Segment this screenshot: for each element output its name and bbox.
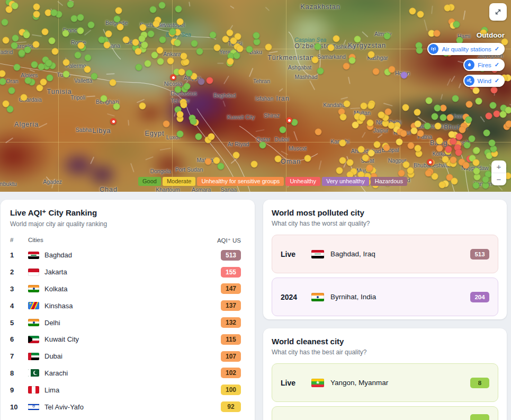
station-dot[interactable] [383,145,390,151]
station-dot[interactable] [11,42,17,49]
station-dot[interactable] [31,61,38,68]
station-dot[interactable] [234,52,240,59]
station-dot[interactable] [417,130,424,137]
station-dot[interactable] [84,66,91,73]
station-dot[interactable] [176,111,183,118]
station-dot[interactable] [207,77,213,84]
layer-toggle-wind[interactable]: Wind✓ [463,75,505,87]
station-dot[interactable] [339,157,346,164]
station-dot[interactable] [205,158,212,165]
station-dot[interactable] [462,162,469,168]
station-dot[interactable] [411,127,418,134]
station-dot[interactable] [448,131,455,138]
station-dot[interactable] [123,37,130,43]
table-row-karachi[interactable]: 8Karachi102 [10,365,241,382]
station-dot[interactable] [505,120,511,127]
table-row-tel-aviv-yafo[interactable]: 10✡Tel Aviv-Yafo92 [10,398,241,415]
station-dot[interactable] [84,54,91,61]
station-dot[interactable] [113,16,120,23]
station-dot[interactable] [23,31,30,38]
station-dot[interactable] [434,105,441,112]
station-dot[interactable] [190,118,197,124]
station-dot[interactable] [362,155,369,162]
station-dot[interactable] [218,163,225,170]
table-row-delhi[interactable]: 5Delhi132 [10,314,241,331]
station-dot[interactable] [336,167,343,174]
station-dot[interactable] [344,101,351,108]
station-dot[interactable] [311,56,318,63]
station-dot[interactable] [450,138,457,145]
station-dot[interactable] [98,37,105,43]
station-dot[interactable] [6,6,13,13]
expand-map-button[interactable] [489,3,507,21]
station-dot[interactable] [317,67,324,74]
station-dot[interactable] [473,173,480,180]
station-dot[interactable] [360,102,367,109]
station-dot[interactable] [104,42,111,49]
station-dot[interactable] [38,63,44,70]
station-dot[interactable] [373,68,380,75]
station-dot[interactable] [148,31,155,38]
station-dot[interactable] [40,79,47,86]
cleanest-card-next[interactable] [272,406,498,420]
station-dot[interactable] [254,39,261,46]
station-dot[interactable] [2,101,9,108]
station-dot[interactable] [88,22,95,29]
station-dot[interactable] [340,114,347,121]
station-dot[interactable] [176,18,183,25]
station-dot[interactable] [48,37,55,44]
fire-marker[interactable] [286,117,292,123]
station-dot[interactable] [473,147,480,154]
station-dot[interactable] [250,160,257,167]
station-dot[interactable] [140,24,147,31]
station-dot[interactable] [358,146,365,153]
station-dot[interactable] [181,52,187,59]
station-dot[interactable] [226,30,233,37]
station-dot[interactable] [414,109,421,115]
station-dot[interactable] [181,101,187,108]
station-dot[interactable] [315,128,321,135]
station-dot[interactable] [275,155,282,162]
station-dot[interactable] [455,149,462,156]
station-dot[interactable] [141,42,148,49]
station-dot[interactable] [436,145,443,151]
station-dot[interactable] [359,114,366,121]
station-dot[interactable] [444,4,451,11]
station-dot[interactable] [424,123,431,130]
station-dot[interactable] [445,146,452,153]
station-dot[interactable] [482,176,489,183]
station-dot[interactable] [475,97,482,104]
station-dot[interactable] [12,34,19,41]
station-dot[interactable] [339,139,346,146]
station-dot[interactable] [436,138,443,145]
station-dot[interactable] [453,21,460,28]
station-dot[interactable] [135,64,142,70]
fire-marker[interactable] [427,159,433,165]
station-dot[interactable] [176,131,183,138]
station-dot[interactable] [62,70,69,77]
station-dot[interactable] [36,85,43,92]
station-dot[interactable] [499,111,506,118]
station-dot[interactable] [465,101,472,108]
station-dot[interactable] [67,1,74,8]
station-dot[interactable] [45,59,52,66]
station-dot[interactable] [20,94,27,101]
station-dot[interactable] [452,95,459,102]
station-dot[interactable] [438,182,445,189]
station-dot[interactable] [230,38,237,44]
station-dot[interactable] [46,75,53,82]
station-dot[interactable] [349,57,356,64]
layer-toggle-fires[interactable]: Fires✓ [463,59,505,71]
station-dot[interactable] [486,112,492,119]
station-dot[interactable] [25,77,32,84]
station-dot[interactable] [333,35,340,42]
station-dot[interactable] [408,142,415,149]
fire-marker[interactable] [170,74,176,81]
station-dot[interactable] [156,47,163,54]
station-dot[interactable] [237,45,244,52]
station-dot[interactable] [132,39,139,46]
station-dot[interactable] [327,44,334,51]
station-dot[interactable] [265,44,272,51]
station-dot[interactable] [409,7,416,14]
station-dot[interactable] [459,126,465,133]
